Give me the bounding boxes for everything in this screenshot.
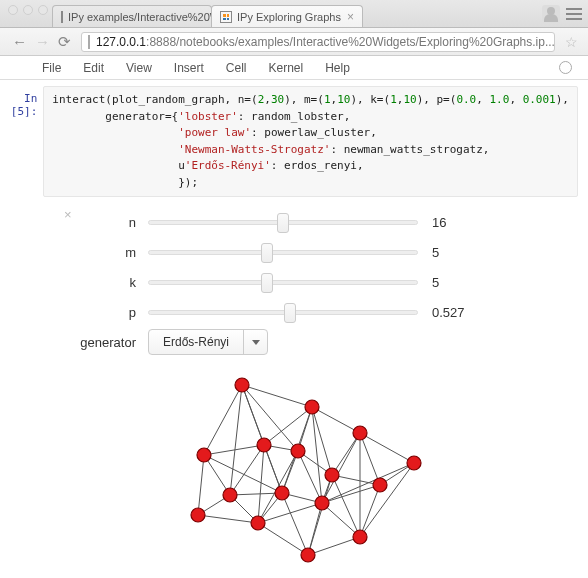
input-prompt: In [5]: — [10, 86, 43, 197]
menu-view[interactable]: View — [126, 61, 152, 75]
slider-label: p — [72, 305, 148, 320]
browser-tabstrip: IPy examples/Interactive%20W × IPy Explo… — [0, 0, 588, 28]
svg-point-57 — [325, 468, 339, 482]
slider-track — [148, 250, 418, 255]
svg-point-59 — [223, 488, 237, 502]
page-icon — [88, 35, 90, 49]
svg-point-63 — [251, 516, 265, 530]
dropdown-label: generator — [72, 335, 148, 350]
traffic-lights[interactable] — [8, 5, 48, 15]
svg-line-14 — [360, 433, 380, 485]
slider-value: 0.527 — [418, 305, 465, 320]
zoom-window-button[interactable] — [38, 5, 48, 15]
url-path: /notebooks/examples/Interactive%20Widget… — [176, 35, 555, 49]
n-slider[interactable] — [148, 212, 418, 232]
svg-line-37 — [360, 485, 380, 537]
svg-point-51 — [305, 400, 319, 414]
code-input[interactable]: interact(plot_random_graph, n=(2,30), m=… — [43, 86, 578, 197]
slider-row-k: k 5 — [72, 267, 578, 297]
svg-line-6 — [312, 407, 360, 433]
reload-button[interactable]: ⟳ — [54, 33, 75, 51]
svg-point-58 — [373, 478, 387, 492]
notebook-body: In [5]: interact(plot_random_graph, n=(2… — [0, 80, 588, 578]
svg-line-49 — [308, 537, 360, 555]
svg-line-43 — [282, 493, 308, 555]
slider-thumb[interactable] — [284, 303, 296, 323]
menu-edit[interactable]: Edit — [83, 61, 104, 75]
widget-output: × n 16 m 5 k 5 p — [72, 207, 578, 571]
slider-label: k — [72, 275, 148, 290]
svg-point-54 — [197, 448, 211, 462]
menu-cell[interactable]: Cell — [226, 61, 247, 75]
close-window-button[interactable] — [8, 5, 18, 15]
kernel-indicator-icon — [559, 61, 572, 74]
menu-insert[interactable]: Insert — [174, 61, 204, 75]
slider-track — [148, 310, 418, 315]
dropdown-value: Erdős-Rényi — [149, 330, 243, 354]
generator-dropdown[interactable]: Erdős-Rényi — [148, 329, 268, 355]
slider-label: n — [72, 215, 148, 230]
url-port: :8888 — [146, 35, 176, 49]
svg-point-61 — [315, 496, 329, 510]
close-output-icon[interactable]: × — [64, 207, 72, 222]
svg-point-64 — [301, 548, 315, 562]
svg-point-55 — [257, 438, 271, 452]
svg-line-4 — [230, 385, 242, 495]
svg-line-20 — [204, 445, 264, 455]
slider-row-p: p 0.527 — [72, 297, 578, 327]
slider-value: 5 — [418, 275, 439, 290]
minimize-window-button[interactable] — [23, 5, 33, 15]
svg-line-12 — [360, 433, 414, 463]
svg-line-0 — [242, 385, 312, 407]
svg-point-50 — [235, 378, 249, 392]
notebook-menubar: File Edit View Insert Cell Kernel Help — [0, 56, 588, 80]
svg-point-56 — [291, 444, 305, 458]
k-slider[interactable] — [148, 272, 418, 292]
ipython-icon — [61, 11, 63, 23]
browser-navbar: ← → ⟳ 127.0.0.1:8888/notebooks/examples/… — [0, 28, 588, 56]
svg-line-22 — [198, 455, 204, 515]
svg-line-30 — [298, 451, 322, 503]
bookmark-star-icon[interactable]: ☆ — [561, 34, 580, 50]
svg-point-65 — [353, 530, 367, 544]
browser-tab[interactable]: IPy examples/Interactive%20W × — [52, 5, 212, 27]
code-cell[interactable]: In [5]: interact(plot_random_graph, n=(2… — [10, 86, 578, 197]
tab-title: IPy examples/Interactive%20W — [68, 11, 212, 23]
svg-point-62 — [191, 508, 205, 522]
p-slider[interactable] — [148, 302, 418, 322]
menu-kernel[interactable]: Kernel — [269, 61, 304, 75]
menu-icon[interactable] — [566, 7, 582, 21]
svg-line-34 — [332, 475, 360, 537]
slider-track — [148, 280, 418, 285]
profile-icon[interactable] — [542, 5, 560, 23]
slider-thumb[interactable] — [261, 243, 273, 263]
svg-line-11 — [312, 407, 322, 503]
svg-line-44 — [308, 503, 322, 555]
menu-help[interactable]: Help — [325, 61, 350, 75]
slider-value: 5 — [418, 245, 439, 260]
svg-line-47 — [198, 515, 258, 523]
svg-point-53 — [407, 456, 421, 470]
svg-line-9 — [312, 407, 332, 475]
slider-row-m: m 5 — [72, 237, 578, 267]
ipython-icon — [220, 11, 232, 23]
slider-thumb[interactable] — [261, 273, 273, 293]
graph-plot — [164, 375, 429, 571]
tab-title: IPy Exploring Graphs — [237, 11, 341, 23]
slider-label: m — [72, 245, 148, 260]
url-host: 127.0.0.1 — [96, 35, 146, 49]
slider-value: 16 — [418, 215, 446, 230]
forward-button[interactable]: → — [31, 33, 54, 50]
dropdown-row-generator: generator Erdős-Rényi — [72, 327, 578, 357]
url-input[interactable]: 127.0.0.1:8888/notebooks/examples/Intera… — [81, 32, 555, 52]
m-slider[interactable] — [148, 242, 418, 262]
slider-thumb[interactable] — [277, 213, 289, 233]
menu-file[interactable]: File — [42, 61, 61, 75]
close-tab-icon[interactable]: × — [347, 10, 354, 24]
browser-tab[interactable]: IPy Exploring Graphs × — [211, 5, 363, 27]
back-button[interactable]: ← — [8, 33, 31, 50]
svg-point-60 — [275, 486, 289, 500]
chevron-down-icon[interactable] — [243, 330, 267, 354]
svg-point-52 — [353, 426, 367, 440]
svg-line-19 — [360, 463, 414, 537]
